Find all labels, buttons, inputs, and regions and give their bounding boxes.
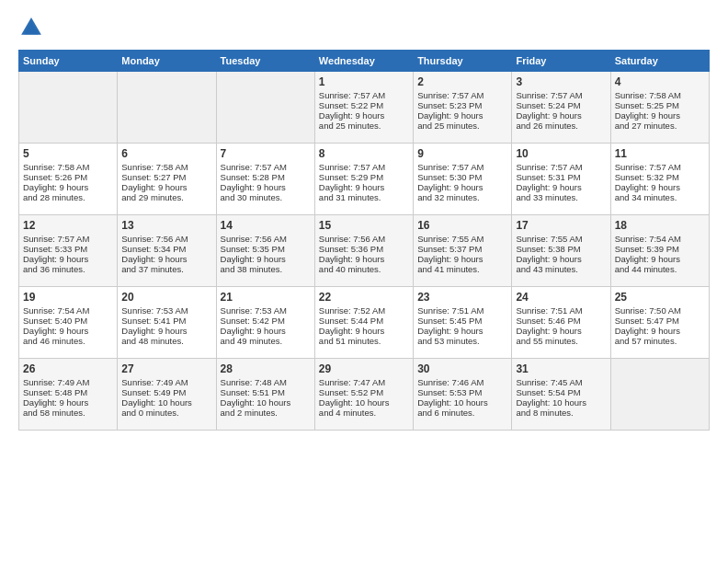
day-info-line: Sunrise: 7:53 AM <box>221 305 311 316</box>
day-number: 18 <box>615 219 705 232</box>
calendar-cell: 16Sunrise: 7:55 AMSunset: 5:37 PMDayligh… <box>414 215 512 287</box>
day-info-line: and 33 minutes. <box>516 192 606 202</box>
day-info-line: Sunrise: 7:58 AM <box>23 162 113 172</box>
day-info-line: Daylight: 9 hours <box>121 326 211 336</box>
day-info-line: Sunset: 5:51 PM <box>221 387 311 397</box>
day-info-line: Sunset: 5:49 PM <box>121 387 211 397</box>
day-info-line: Sunset: 5:52 PM <box>319 387 409 397</box>
day-number: 6 <box>121 147 211 160</box>
day-number: 30 <box>417 362 507 375</box>
day-info-line: Daylight: 10 hours <box>319 397 409 408</box>
day-info-line: Sunrise: 7:57 AM <box>417 162 507 172</box>
day-info-line: and 43 minutes. <box>516 264 606 274</box>
day-info-line: and 30 minutes. <box>221 192 311 202</box>
day-info-line: Daylight: 10 hours <box>121 397 211 408</box>
day-number: 9 <box>417 147 507 160</box>
calendar-cell: 23Sunrise: 7:51 AMSunset: 5:45 PMDayligh… <box>414 287 512 359</box>
day-number: 24 <box>516 291 606 304</box>
day-info-line: Sunrise: 7:57 AM <box>319 90 409 100</box>
calendar-cell <box>118 72 216 144</box>
day-info-line: and 41 minutes. <box>417 264 507 274</box>
day-info-line: Sunset: 5:30 PM <box>417 172 507 182</box>
day-info-line: and 34 minutes. <box>615 192 705 202</box>
day-info-line: Daylight: 9 hours <box>23 397 113 408</box>
day-info-line: Daylight: 9 hours <box>516 326 606 336</box>
day-info-line: Sunrise: 7:57 AM <box>615 162 705 172</box>
calendar-cell: 2Sunrise: 7:57 AMSunset: 5:23 PMDaylight… <box>414 72 512 144</box>
calendar-cell: 11Sunrise: 7:57 AMSunset: 5:32 PMDayligh… <box>610 144 709 215</box>
calendar-cell: 25Sunrise: 7:50 AMSunset: 5:47 PMDayligh… <box>610 287 709 359</box>
calendar-cell: 17Sunrise: 7:55 AMSunset: 5:38 PMDayligh… <box>512 215 610 287</box>
calendar-cell <box>19 72 118 144</box>
day-info-line: Sunrise: 7:58 AM <box>615 90 705 100</box>
day-info-line: Sunrise: 7:51 AM <box>417 305 507 316</box>
day-number: 12 <box>23 219 113 232</box>
calendar-cell: 13Sunrise: 7:56 AMSunset: 5:34 PMDayligh… <box>118 215 216 287</box>
logo-icon <box>18 15 44 40</box>
day-info-line: Daylight: 9 hours <box>319 326 409 336</box>
day-number: 26 <box>23 362 113 375</box>
weekday-friday: Friday <box>512 51 610 72</box>
calendar-cell: 21Sunrise: 7:53 AMSunset: 5:42 PMDayligh… <box>216 287 314 359</box>
day-info-line: and 4 minutes. <box>319 408 409 418</box>
day-info-line: Daylight: 9 hours <box>23 254 113 264</box>
day-info-line: Sunset: 5:46 PM <box>516 316 606 326</box>
day-number: 5 <box>23 147 113 160</box>
day-info-line: Daylight: 9 hours <box>615 182 705 192</box>
day-number: 8 <box>319 147 409 160</box>
calendar-cell: 3Sunrise: 7:57 AMSunset: 5:24 PMDaylight… <box>512 72 610 144</box>
calendar-cell: 10Sunrise: 7:57 AMSunset: 5:31 PMDayligh… <box>512 144 610 215</box>
calendar-cell: 9Sunrise: 7:57 AMSunset: 5:30 PMDaylight… <box>414 144 512 215</box>
day-info-line: and 53 minutes. <box>417 336 507 346</box>
day-info-line: Sunset: 5:38 PM <box>516 244 606 254</box>
day-info-line: and 51 minutes. <box>319 336 409 346</box>
weekday-monday: Monday <box>118 51 216 72</box>
day-info-line: Daylight: 9 hours <box>417 110 507 121</box>
day-number: 28 <box>221 362 311 375</box>
day-info-line: and 36 minutes. <box>23 264 113 274</box>
day-info-line: Sunset: 5:28 PM <box>221 172 311 182</box>
day-info-line: Daylight: 9 hours <box>221 254 311 264</box>
day-info-line: Daylight: 9 hours <box>221 326 311 336</box>
day-info-line: Sunset: 5:45 PM <box>417 316 507 326</box>
day-info-line: Daylight: 10 hours <box>417 397 507 408</box>
day-info-line: and 44 minutes. <box>615 264 705 274</box>
day-info-line: Daylight: 9 hours <box>319 254 409 264</box>
weekday-saturday: Saturday <box>610 51 709 72</box>
weekday-thursday: Thursday <box>414 51 512 72</box>
day-number: 25 <box>615 291 705 304</box>
day-info-line: Sunset: 5:53 PM <box>417 387 507 397</box>
calendar-cell: 28Sunrise: 7:48 AMSunset: 5:51 PMDayligh… <box>216 359 314 431</box>
day-info-line: Sunrise: 7:52 AM <box>319 305 409 316</box>
day-info-line: and 31 minutes. <box>319 192 409 202</box>
day-info-line: Sunset: 5:34 PM <box>121 244 211 254</box>
day-info-line: Daylight: 10 hours <box>516 397 606 408</box>
day-info-line: and 29 minutes. <box>121 192 211 202</box>
day-info-line: and 38 minutes. <box>221 264 311 274</box>
day-number: 13 <box>121 219 211 232</box>
calendar-cell: 1Sunrise: 7:57 AMSunset: 5:22 PMDaylight… <box>314 72 413 144</box>
calendar-cell: 14Sunrise: 7:56 AMSunset: 5:35 PMDayligh… <box>216 215 314 287</box>
day-info-line: Sunrise: 7:53 AM <box>121 305 211 316</box>
calendar-cell: 7Sunrise: 7:57 AMSunset: 5:28 PMDaylight… <box>216 144 314 215</box>
day-info-line: Daylight: 9 hours <box>23 326 113 336</box>
day-number: 31 <box>516 362 606 375</box>
day-info-line: Sunset: 5:41 PM <box>121 316 211 326</box>
weekday-sunday: Sunday <box>19 51 118 72</box>
day-info-line: and 6 minutes. <box>417 408 507 418</box>
week-row-2: 12Sunrise: 7:57 AMSunset: 5:33 PMDayligh… <box>19 215 710 287</box>
day-info-line: Sunrise: 7:48 AM <box>221 377 311 387</box>
week-row-1: 5Sunrise: 7:58 AMSunset: 5:26 PMDaylight… <box>19 144 710 215</box>
page: SundayMondayTuesdayWednesdayThursdayFrid… <box>0 0 728 563</box>
day-number: 1 <box>319 75 409 88</box>
day-info-line: and 25 minutes. <box>417 121 507 131</box>
day-info-line: and 37 minutes. <box>121 264 211 274</box>
day-info-line: Sunrise: 7:56 AM <box>319 234 409 244</box>
weekday-tuesday: Tuesday <box>216 51 314 72</box>
day-number: 4 <box>615 75 705 88</box>
day-info-line: Daylight: 9 hours <box>615 110 705 121</box>
day-info-line: Sunrise: 7:46 AM <box>417 377 507 387</box>
day-info-line: Daylight: 9 hours <box>417 326 507 336</box>
calendar-cell: 8Sunrise: 7:57 AMSunset: 5:29 PMDaylight… <box>314 144 413 215</box>
day-info-line: Sunrise: 7:49 AM <box>23 377 113 387</box>
